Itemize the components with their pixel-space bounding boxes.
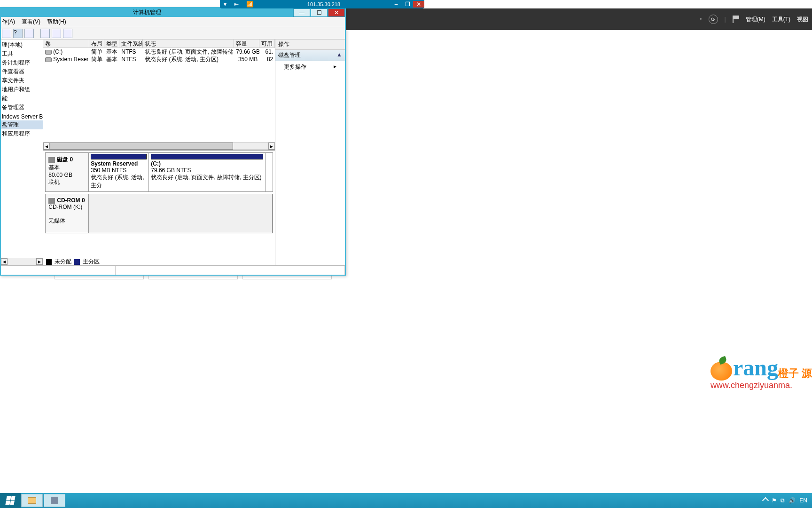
watermark-cn: 橙子 源 — [778, 366, 812, 381]
tree-node[interactable]: 能 — [1, 94, 43, 103]
volumes-hscroll[interactable]: ◂ ▸ — [43, 142, 275, 150]
actions-header: 操作 — [275, 40, 345, 50]
tree-node[interactable]: 工具 — [1, 49, 43, 58]
window-close-button[interactable]: ✕ — [328, 8, 345, 17]
volumes-list[interactable]: 卷 布局 类型 文件系统 状态 容量 可用 (C:)简单基本NTFS状态良好 (… — [43, 40, 275, 151]
toolbar-button[interactable] — [52, 29, 61, 38]
window-minimize-button[interactable]: — — [293, 8, 310, 17]
rdp-restore-button[interactable]: ❐ — [402, 1, 413, 8]
col-fs[interactable]: 文件系统 — [119, 40, 143, 48]
tree-node[interactable]: 享文件夹 — [1, 76, 43, 85]
view-menu[interactable]: 视图 — [797, 16, 808, 24]
rdp-close-button[interactable]: ✕ — [413, 1, 424, 8]
disk-row[interactable]: 磁盘 0基本80.00 GB联机System Reserved350 MB NT… — [45, 152, 273, 192]
disk-row[interactable]: CD-ROM 0CD-ROM (K:)无媒体 — [45, 194, 273, 233]
tray-flag-icon[interactable]: ⚑ — [772, 497, 777, 504]
tray-volume-icon[interactable]: 🔊 — [789, 497, 796, 504]
rdp-signal-icon: 📶 — [242, 1, 257, 8]
toolbar-help-button[interactable]: ? — [13, 29, 23, 38]
col-type[interactable]: 类型 — [104, 40, 119, 48]
volume-row[interactable]: System Reserved简单基本NTFS状态良好 (系统, 活动, 主分区… — [43, 56, 275, 63]
actions-pane: 操作 磁盘管理 ▲ 更多操作 ▸ — [275, 40, 345, 265]
toolbar-back-button[interactable] — [2, 29, 11, 38]
tree-node[interactable]: 盘管理 — [1, 120, 43, 129]
refresh-icon[interactable]: ⟳ — [709, 15, 718, 24]
taskbar-app-button[interactable] — [44, 494, 65, 507]
col-layout[interactable]: 布局 — [89, 40, 104, 48]
tray-overflow-icon[interactable] — [762, 497, 769, 504]
tree-node[interactable]: 备管理器 — [1, 103, 43, 112]
window-titlebar[interactable]: 计算机管理 — ☐ ✕ — [1, 8, 345, 17]
folder-icon — [28, 497, 36, 504]
watermark-brand: rang — [733, 355, 778, 381]
legend-swatch-primary — [74, 259, 80, 265]
tray-lang[interactable]: EN — [799, 497, 807, 504]
tree-node[interactable]: 和应用程序 — [1, 129, 43, 138]
partition[interactable]: (C:)79.66 GB NTFS状态良好 (启动, 页面文件, 故障转储, 主… — [149, 153, 265, 191]
submenu-arrow-icon: ▸ — [334, 63, 336, 71]
disk-icon — [48, 198, 55, 204]
legend-primary: 主分区 — [83, 258, 100, 266]
disk-label: CD-ROM 0CD-ROM (K:)无媒体 — [46, 194, 89, 233]
scroll-right-button[interactable]: ▸ — [268, 143, 275, 150]
tree-node[interactable]: 务计划程序 — [1, 58, 43, 67]
system-tray: ⚑ ⧉ 🔊 EN — [758, 497, 812, 504]
disk-label: 磁盘 0基本80.00 GB联机 — [46, 153, 89, 191]
col-free[interactable]: 可用 — [259, 40, 275, 48]
more-actions-label: 更多操作 — [284, 63, 306, 71]
col-volume[interactable]: 卷 — [43, 40, 89, 48]
start-button[interactable] — [0, 493, 21, 508]
partition-bar — [151, 154, 263, 159]
more-actions[interactable]: 更多操作 ▸ — [275, 61, 345, 73]
legend-unallocated: 未分配 — [55, 258, 71, 266]
watermark: rang 橙子 源 www.chengziyuanma. — [710, 355, 812, 390]
toolbar: ? — [1, 27, 345, 40]
menu-action[interactable]: 作(A) — [2, 18, 15, 26]
menu-view[interactable]: 查看(V) — [22, 18, 40, 26]
tree-hscroll[interactable]: ◂ ▸ — [1, 258, 43, 265]
col-status[interactable]: 状态 — [143, 40, 234, 48]
partition[interactable]: System Reserved350 MB NTFS状态良好 (系统, 活动, … — [89, 153, 149, 191]
manage-menu[interactable]: 管理(M) — [746, 16, 765, 24]
server-icon — [51, 497, 58, 504]
disk-icon — [48, 157, 55, 163]
actions-section[interactable]: 磁盘管理 ▲ — [275, 50, 345, 61]
computer-management-window: 计算机管理 — ☐ ✕ 作(A) 查看(V) 帮助(H) ? 理(本地)工具务计… — [0, 7, 346, 276]
actions-section-label: 磁盘管理 — [278, 51, 301, 59]
scroll-right-button[interactable]: ▸ — [36, 258, 43, 265]
notifications-flag-icon[interactable] — [733, 16, 739, 23]
scroll-left-button[interactable]: ◂ — [1, 258, 8, 265]
volume-row[interactable]: (C:)简单基本NTFS状态良好 (启动, 页面文件, 故障转储, 主分区)79… — [43, 48, 275, 56]
col-capacity[interactable]: 容量 — [234, 40, 259, 48]
rdp-connection-bar: ▾ ⇤ 📶 101.35.30.218 – ❐ ✕ — [220, 0, 424, 8]
window-maximize-button[interactable]: ☐ — [311, 8, 328, 17]
navigation-tree[interactable]: 理(本地)工具务计划程序件查看器享文件夹地用户和组能备管理器indows Ser… — [1, 40, 43, 265]
tree-node[interactable]: 理(本地) — [1, 40, 43, 49]
rdp-minimize-button[interactable]: – — [390, 1, 402, 8]
tree-node[interactable]: indows Server Back — [1, 113, 43, 120]
rdp-pin-icon2[interactable]: ⇤ — [230, 1, 242, 8]
statusbar — [1, 265, 345, 275]
disk-map: 磁盘 0基本80.00 GB联机System Reserved350 MB NT… — [43, 151, 275, 258]
toolbar-list-button[interactable] — [63, 29, 72, 38]
separator: | — [725, 16, 726, 23]
toolbar-refresh-button[interactable] — [40, 29, 50, 38]
tree-node[interactable]: 件查看器 — [1, 67, 43, 76]
window-title: 计算机管理 — [1, 8, 293, 16]
tree-node[interactable]: 地用户和组 — [1, 85, 43, 94]
rdp-pin-icon[interactable]: ▾ — [220, 1, 230, 8]
tray-network-icon[interactable]: ⧉ — [781, 497, 785, 504]
rdp-ip: 101.35.30.218 — [257, 1, 390, 7]
srv-dot: • — [700, 16, 702, 23]
toolbar-button[interactable] — [24, 29, 34, 38]
menubar: 作(A) 查看(V) 帮助(H) — [1, 17, 345, 27]
partition-empty — [89, 194, 273, 233]
scroll-left-button[interactable]: ◂ — [43, 143, 50, 150]
drive-icon — [45, 50, 52, 55]
scroll-thumb[interactable] — [50, 143, 233, 150]
taskbar-explorer-button[interactable] — [21, 494, 43, 507]
menu-help[interactable]: 帮助(H) — [47, 18, 66, 26]
drive-icon — [45, 57, 52, 62]
tools-menu[interactable]: 工具(T) — [772, 16, 790, 24]
disk-management-pane: 卷 布局 类型 文件系统 状态 容量 可用 (C:)简单基本NTFS状态良好 (… — [43, 40, 275, 265]
